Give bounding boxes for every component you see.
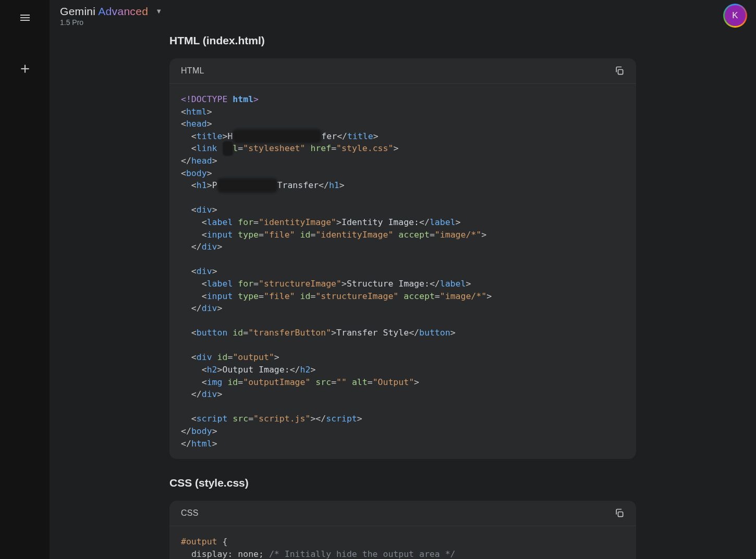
avatar[interactable]: K bbox=[725, 5, 746, 26]
sidebar bbox=[0, 0, 50, 559]
code-lang-label: CSS bbox=[181, 508, 199, 518]
code-body-html: <!DOCTYPE html> <html> <head> <title>Hxx… bbox=[169, 84, 636, 459]
topbar: Gemini Advanced ▼ 1.5 Pro K bbox=[50, 0, 756, 31]
chat-body: HTML (index.html) HTML <!DOCTYPE html> <… bbox=[159, 34, 647, 559]
main-panel: Gemini Advanced ▼ 1.5 Pro K HTML (index.… bbox=[50, 0, 756, 559]
menu-icon[interactable] bbox=[13, 5, 38, 30]
svg-rect-6 bbox=[618, 512, 623, 517]
model-label: 1.5 Pro bbox=[60, 18, 162, 27]
app-tier: Advanced bbox=[98, 5, 148, 17]
new-chat-button[interactable] bbox=[13, 56, 38, 81]
copy-icon[interactable] bbox=[614, 66, 625, 76]
section-heading-css: CSS (style.css) bbox=[169, 477, 636, 489]
chat-scroll[interactable]: HTML (index.html) HTML <!DOCTYPE html> <… bbox=[50, 31, 756, 559]
svg-rect-5 bbox=[618, 70, 623, 74]
code-block-html: HTML <!DOCTYPE html> <html> <head> <titl… bbox=[169, 58, 636, 459]
app-name: Gemini bbox=[60, 5, 95, 17]
avatar-letter: K bbox=[725, 5, 746, 26]
copy-icon[interactable] bbox=[614, 508, 625, 518]
caret-down-icon[interactable]: ▼ bbox=[155, 7, 162, 15]
code-block-css: CSS #output { display: none; /* Initiall… bbox=[169, 501, 636, 559]
section-heading-html: HTML (index.html) bbox=[169, 34, 636, 47]
code-lang-label: HTML bbox=[181, 66, 204, 76]
code-header: CSS bbox=[169, 501, 636, 526]
code-header: HTML bbox=[169, 58, 636, 84]
code-body-css: #output { display: none; /* Initially hi… bbox=[169, 526, 636, 559]
brand-block[interactable]: Gemini Advanced ▼ 1.5 Pro bbox=[60, 5, 162, 27]
